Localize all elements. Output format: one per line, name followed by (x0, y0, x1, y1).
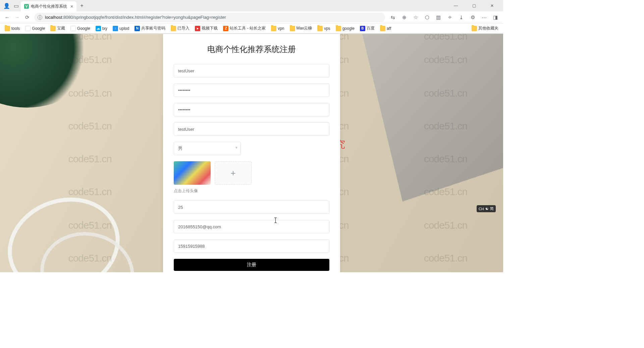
titlebar: 👤 ▭ V 电商个性化推荐系统 × + — ▢ ✕ (0, 0, 503, 11)
downloads-icon[interactable]: ⤓ (455, 12, 467, 22)
ime-mode-icon: ☯ (485, 207, 489, 211)
register-button[interactable]: 注册 (174, 259, 329, 271)
password-input[interactable] (174, 83, 329, 97)
bookmark-google-folder[interactable]: google (333, 24, 357, 33)
nickname-input[interactable] (174, 122, 329, 136)
bookmark-zzgj[interactable]: Z站长工具 - 站长之家 (220, 24, 268, 33)
avatar-thumbnail[interactable] (174, 161, 211, 185)
age-input[interactable] (174, 200, 329, 214)
url-path: :8080/springbootjqqfe/front/dist/index.h… (62, 15, 226, 20)
bookmark-google2[interactable]: GGoogle (68, 24, 93, 33)
bookmark-video[interactable]: ▸视频下载 (192, 24, 220, 33)
bookmark-upload[interactable]: ↑uplod (110, 24, 132, 33)
upload-avatar-button[interactable]: + (215, 161, 252, 185)
upload-hint: 点击上传头像 (174, 188, 329, 194)
bookmark-tools[interactable]: tools (2, 24, 22, 33)
bookmark-baozang[interactable]: 宝藏 (48, 24, 68, 33)
window-minimize-button[interactable]: — (449, 1, 463, 11)
bookmark-aff[interactable]: aff (377, 24, 394, 33)
bookmark-txy[interactable]: ☁txy (93, 24, 110, 33)
bookmark-max[interactable]: Max云梯 (287, 24, 315, 33)
tab-title: 电商个性化推荐系统 (31, 4, 67, 9)
site-info-icon[interactable]: i (38, 15, 42, 20)
ime-indicator[interactable]: CH ☯ 简 (477, 205, 496, 212)
bookmark-share[interactable]: N共享账号密码 (132, 24, 168, 33)
collections-icon[interactable]: ▥ (433, 12, 444, 22)
tab-overview-icon[interactable]: ▭ (13, 3, 19, 8)
forward-button[interactable]: → (12, 12, 22, 22)
bookmark-other[interactable]: 其他收藏夹 (469, 24, 501, 33)
phone-input[interactable] (174, 239, 329, 253)
extension2-icon[interactable]: ⚙ (467, 12, 478, 22)
ime-lang: CH (479, 207, 484, 211)
window-close-button[interactable]: ✕ (485, 1, 499, 11)
more-icon[interactable]: ⋯ (478, 12, 490, 22)
window-maximize-button[interactable]: ▢ (467, 1, 481, 11)
page-viewport: code51.cncode51.cncode51.cncode51.cncode… (0, 34, 503, 272)
url-input[interactable]: i localhost:8080/springbootjqqfe/front/d… (34, 13, 385, 22)
refresh-button[interactable]: ⟳ (22, 12, 32, 22)
address-bar: ← → ⟳ i localhost:8080/springbootjqqfe/f… (0, 11, 503, 23)
bookmark-vpn[interactable]: vpn (268, 24, 287, 33)
username-input[interactable] (174, 64, 329, 77)
bookmark-google[interactable]: GGoogle (22, 24, 48, 33)
back-button[interactable]: ← (2, 12, 12, 22)
register-card: 电商个性化推荐系统注册 + 点击上传头像 注册 重置 已有账户登录 (163, 34, 340, 272)
gender-select[interactable] (174, 142, 241, 155)
zoom-icon[interactable]: ⊕ (398, 12, 410, 22)
bookmark-imported[interactable]: 已导入 (168, 24, 192, 33)
email-input[interactable] (174, 220, 329, 233)
reading-list-icon[interactable]: ✧ (444, 12, 455, 22)
browser-chrome: 👤 ▭ V 电商个性化推荐系统 × + — ▢ ✕ ← → ⟳ i localh… (0, 0, 503, 34)
browser-tab[interactable]: V 电商个性化推荐系统 × (21, 1, 76, 11)
page-title: 电商个性化推荐系统注册 (174, 44, 329, 55)
vue-favicon: V (24, 4, 29, 9)
url-host: localhost (45, 15, 62, 20)
close-tab-icon[interactable]: × (70, 4, 73, 9)
ime-mode: 简 (490, 206, 494, 211)
favorite-icon[interactable]: ☆ (410, 12, 421, 22)
translate-icon[interactable]: ⇆ (387, 12, 398, 22)
extensions-icon[interactable]: ⬡ (421, 12, 433, 22)
profile-icon[interactable]: 👤 (4, 3, 9, 8)
confirm-password-input[interactable] (174, 103, 329, 116)
bookmark-vps[interactable]: vps (315, 24, 333, 33)
bookmarks-bar: tools GGoogle 宝藏 GGoogle ☁txy ↑uplod N共享… (0, 23, 503, 34)
text-cursor-icon (274, 218, 275, 223)
bookmark-baidu[interactable]: B百度 (357, 24, 377, 33)
new-tab-button[interactable]: + (79, 3, 85, 8)
sidebar-toggle-icon[interactable]: ◨ (490, 12, 501, 22)
